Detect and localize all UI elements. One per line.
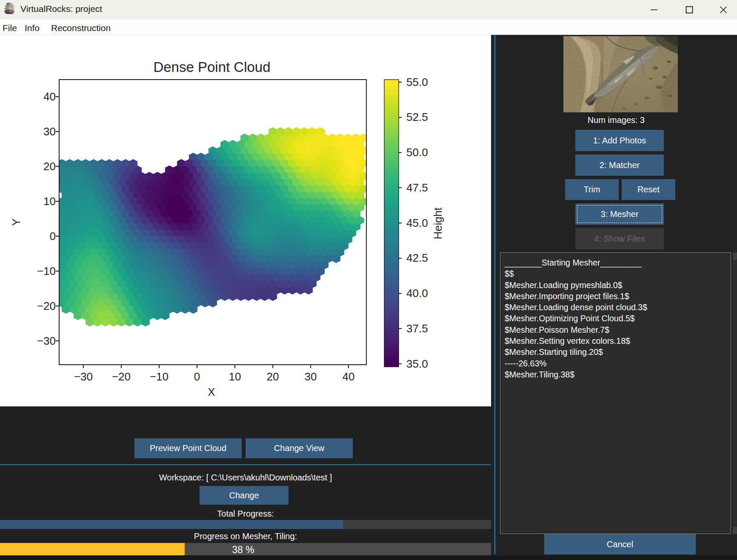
svg-text:30: 30 bbox=[43, 125, 56, 138]
svg-text:−30: −30 bbox=[37, 334, 56, 347]
svg-text:10: 10 bbox=[229, 370, 241, 383]
svg-text:55.0: 55.0 bbox=[406, 76, 428, 89]
svg-text:10: 10 bbox=[43, 195, 56, 208]
svg-text:42.5: 42.5 bbox=[406, 251, 428, 264]
svg-text:35.0: 35.0 bbox=[406, 357, 428, 370]
svg-text:−20: −20 bbox=[37, 300, 56, 312]
svg-text:20: 20 bbox=[267, 370, 279, 383]
svg-text:50.0: 50.0 bbox=[406, 146, 428, 159]
svg-text:40: 40 bbox=[343, 370, 355, 383]
svg-text:40: 40 bbox=[43, 90, 56, 103]
svg-text:40.0: 40.0 bbox=[406, 287, 428, 300]
svg-text:Y: Y bbox=[10, 218, 23, 226]
svg-text:45.0: 45.0 bbox=[406, 217, 428, 229]
svg-text:52.5: 52.5 bbox=[406, 111, 428, 123]
svg-text:Dense Point Cloud: Dense Point Cloud bbox=[153, 59, 270, 75]
svg-text:30: 30 bbox=[305, 370, 317, 383]
svg-text:−30: −30 bbox=[74, 370, 93, 383]
svg-text:−10: −10 bbox=[37, 265, 56, 277]
svg-text:−10: −10 bbox=[150, 370, 169, 383]
svg-text:47.5: 47.5 bbox=[406, 181, 428, 194]
svg-text:20: 20 bbox=[43, 160, 56, 173]
svg-text:−20: −20 bbox=[112, 370, 131, 383]
svg-text:0: 0 bbox=[50, 230, 56, 243]
svg-text:37.5: 37.5 bbox=[406, 322, 428, 335]
svg-text:0: 0 bbox=[194, 370, 200, 383]
svg-text:Height: Height bbox=[431, 207, 444, 240]
svg-text:X: X bbox=[208, 386, 215, 398]
